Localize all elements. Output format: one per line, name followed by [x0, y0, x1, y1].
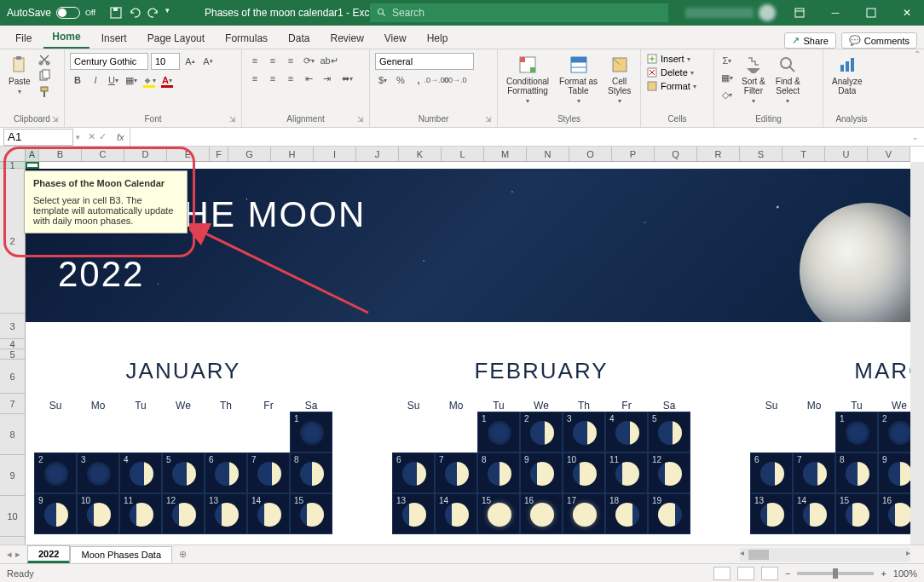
- row-header[interactable]: 5: [0, 349, 25, 360]
- paste-button[interactable]: Paste▾: [5, 53, 34, 97]
- autosave-toggle[interactable]: AutoSave Off: [0, 7, 102, 19]
- banner-year[interactable]: 2022: [58, 254, 144, 295]
- column-header[interactable]: S: [740, 147, 783, 161]
- column-header[interactable]: U: [825, 147, 868, 161]
- column-header[interactable]: G: [228, 147, 271, 161]
- tab-help[interactable]: Help: [419, 28, 457, 49]
- day-cell[interactable]: 13: [392, 493, 435, 534]
- maximize-icon[interactable]: [854, 0, 888, 26]
- save-icon[interactable]: [109, 6, 123, 20]
- day-cell[interactable]: 16: [878, 493, 910, 534]
- align-center-icon[interactable]: ≡: [265, 71, 280, 86]
- wrap-text-icon[interactable]: ab↵: [319, 53, 339, 68]
- align-right-icon[interactable]: ≡: [283, 71, 298, 86]
- tab-data[interactable]: Data: [280, 28, 318, 49]
- analyze-data-button[interactable]: Analyze Data: [829, 53, 866, 97]
- copy-icon[interactable]: [38, 69, 51, 83]
- column-header[interactable]: F: [210, 147, 228, 161]
- column-header[interactable]: D: [124, 147, 167, 161]
- day-cell[interactable]: 7: [247, 452, 290, 493]
- day-cell[interactable]: 1: [290, 412, 332, 452]
- zoom-out-icon[interactable]: −: [785, 568, 790, 579]
- sheet-nav-next-icon[interactable]: ▸: [15, 549, 20, 560]
- day-cell[interactable]: 7: [793, 452, 835, 493]
- format-as-table-button[interactable]: Format as Table▾: [556, 53, 601, 107]
- column-header[interactable]: I: [314, 147, 356, 161]
- expand-formula-icon[interactable]: ⌄: [907, 133, 924, 141]
- day-cell[interactable]: 4: [605, 412, 648, 452]
- day-cell[interactable]: 9: [878, 452, 910, 493]
- row-header[interactable]: 10: [0, 496, 25, 537]
- toggle-icon[interactable]: [56, 7, 80, 19]
- day-cell[interactable]: 13: [750, 493, 793, 534]
- find-select-button[interactable]: Find & Select▾: [772, 53, 804, 107]
- day-cell[interactable]: 15: [477, 493, 520, 534]
- day-cell[interactable]: 14: [793, 493, 835, 534]
- day-cell[interactable]: 10: [77, 493, 119, 534]
- tab-review[interactable]: Review: [321, 28, 372, 49]
- day-cell[interactable]: 11: [119, 493, 162, 534]
- day-cell[interactable]: 2: [34, 452, 77, 493]
- column-header[interactable]: A: [26, 147, 39, 161]
- search-box[interactable]: Search: [370, 3, 668, 22]
- fill-color-button[interactable]: ▾: [141, 72, 157, 88]
- day-cell[interactable]: 2: [520, 412, 563, 452]
- tab-home[interactable]: Home: [43, 26, 89, 49]
- day-cell[interactable]: 10: [563, 452, 605, 493]
- undo-icon[interactable]: [128, 6, 141, 20]
- row-header[interactable]: 8: [0, 414, 25, 455]
- row-header[interactable]: 7: [0, 394, 25, 414]
- day-cell[interactable]: 12: [162, 493, 205, 534]
- italic-button[interactable]: I: [88, 72, 103, 88]
- day-cell[interactable]: 8: [835, 452, 878, 493]
- zoom-slider[interactable]: [797, 572, 874, 575]
- column-header[interactable]: V: [868, 147, 910, 161]
- day-cell[interactable]: 6: [750, 452, 793, 493]
- column-header[interactable]: R: [697, 147, 740, 161]
- day-cell[interactable]: 4: [119, 452, 162, 493]
- day-cell[interactable]: 8: [477, 452, 520, 493]
- align-middle-icon[interactable]: ≡: [265, 53, 280, 68]
- fill-icon[interactable]: ▦▾: [719, 70, 735, 85]
- row-header[interactable]: 3: [0, 314, 25, 339]
- day-cell[interactable]: 17: [563, 493, 605, 534]
- decrease-font-icon[interactable]: A▾: [200, 54, 216, 69]
- add-sheet-button[interactable]: ⊕: [172, 549, 193, 560]
- day-cell[interactable]: 14: [435, 493, 477, 534]
- zoom-in-icon[interactable]: +: [881, 568, 886, 579]
- font-size-select[interactable]: [151, 53, 180, 70]
- collapse-ribbon-icon[interactable]: ⌃: [914, 49, 921, 59]
- row-headers[interactable]: 12345678910: [0, 162, 26, 546]
- underline-button[interactable]: U▾: [106, 72, 121, 88]
- formula-input[interactable]: [130, 128, 907, 146]
- column-header[interactable]: N: [527, 147, 569, 161]
- row-header[interactable]: 4: [0, 339, 25, 349]
- tab-insert[interactable]: Insert: [93, 28, 136, 49]
- column-header[interactable]: Q: [655, 147, 697, 161]
- increase-indent-icon[interactable]: ⇥: [319, 71, 334, 86]
- day-cell[interactable]: 6: [205, 452, 247, 493]
- clear-icon[interactable]: ◇▾: [719, 87, 735, 102]
- day-cell[interactable]: 7: [435, 452, 477, 493]
- day-cell[interactable]: 2: [878, 412, 910, 452]
- view-page-layout-icon[interactable]: [737, 567, 754, 580]
- align-left-icon[interactable]: ≡: [247, 71, 263, 86]
- day-cell[interactable]: 5: [648, 412, 690, 452]
- row-header[interactable]: 1: [0, 162, 25, 169]
- vertical-scrollbar[interactable]: [910, 162, 924, 546]
- close-icon[interactable]: ✕: [890, 0, 924, 26]
- ribbon-options-icon[interactable]: [783, 0, 817, 26]
- font-color-button[interactable]: A▾: [159, 72, 175, 88]
- comments-button[interactable]: 💬Comments: [841, 32, 917, 49]
- column-header[interactable]: E: [167, 147, 210, 161]
- view-page-break-icon[interactable]: [761, 567, 778, 580]
- column-headers[interactable]: ABCDEFGHIJKLMNOPQRSTUV: [26, 147, 910, 162]
- day-cell[interactable]: 15: [835, 493, 878, 534]
- day-cell[interactable]: 9: [34, 493, 77, 534]
- fx-icon[interactable]: fx: [112, 132, 130, 142]
- merge-icon[interactable]: ⬌▾: [337, 71, 357, 86]
- format-cells-button[interactable]: Format▾: [646, 80, 696, 92]
- day-cell[interactable]: 5: [162, 452, 205, 493]
- column-header[interactable]: O: [569, 147, 612, 161]
- tab-file[interactable]: File: [7, 28, 40, 49]
